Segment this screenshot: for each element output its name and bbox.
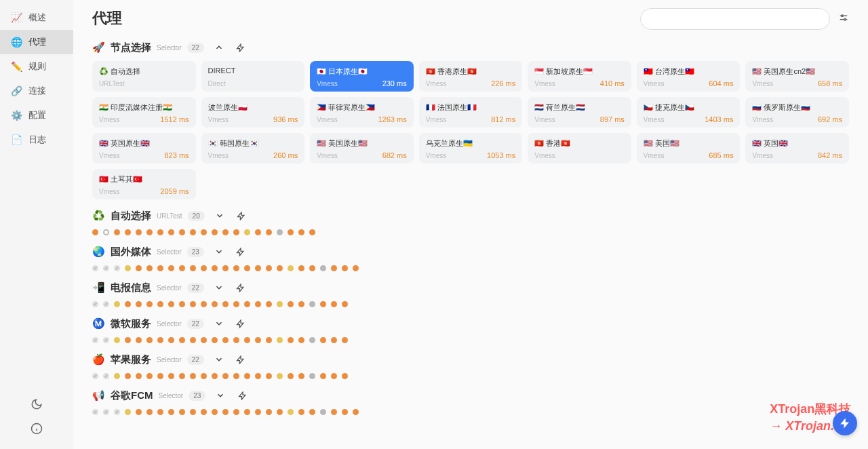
sidebar-item-2[interactable]: ✏️规则 [0,54,73,79]
search-input[interactable] [640,8,830,30]
node-card[interactable]: 🇸🇬 新加坡原生🇸🇬 Vmess 410 ms [528,61,631,92]
latency-test-button[interactable] [234,317,248,330]
status-dot [255,409,261,415]
status-dot [309,373,315,379]
node-protocol: Vmess [752,80,773,87]
latency-test-button[interactable] [234,41,248,54]
collapse-toggle[interactable] [214,389,227,402]
status-dot [103,373,109,379]
collapse-toggle[interactable] [212,353,226,366]
status-dot [277,409,283,415]
status-dot [342,265,348,271]
node-card[interactable]: 乌克兰原生🇺🇦 Vmess 1053 ms [419,133,523,163]
sidebar-item-0[interactable]: 📈概述 [0,5,73,30]
node-latency: 897 ms [600,115,625,123]
latency-test-button[interactable] [235,389,249,402]
status-dot [114,373,120,379]
status-dot [190,229,196,235]
node-card[interactable]: 🇺🇸 美国原生🇺🇸 Vmess 682 ms [310,133,414,163]
filter-icon[interactable] [838,12,849,26]
status-dot [342,409,348,415]
collapse-toggle[interactable] [212,245,226,258]
info-button[interactable] [30,422,43,435]
node-protocol: Vmess [317,80,338,87]
speed-test-fab[interactable] [833,411,857,435]
status-dot [298,337,304,343]
status-dot [157,229,163,235]
node-title: 🇳🇱 荷兰原生🇳🇱 [534,102,625,113]
status-dot [157,337,163,343]
latency-test-button[interactable] [234,281,248,294]
status-dot [212,301,218,307]
collapse-toggle[interactable] [212,41,226,54]
collapse-toggle[interactable] [213,209,226,222]
node-card[interactable]: ♻️ 自动选择 URLTest [92,61,196,92]
status-dot [353,409,359,415]
sidebar-item-5[interactable]: 📄日志 [0,128,73,152]
node-protocol: Vmess [534,116,555,123]
status-dot [136,337,142,343]
collapse-toggle[interactable] [212,281,226,294]
node-card[interactable]: 🇳🇱 荷兰原生🇳🇱 Vmess 897 ms [528,97,631,128]
dots-row [92,337,849,343]
theme-toggle[interactable] [30,397,43,411]
group-count-badge: 22 [187,43,204,53]
node-card[interactable]: 🇭🇰 香港原生🇭🇰 Vmess 226 ms [419,61,523,92]
node-card[interactable]: 🇨🇿 捷克原生🇨🇿 Vmess 1403 ms [637,97,741,128]
status-dot [309,229,315,235]
node-card[interactable]: 🇺🇸 美国🇺🇸 Vmess 685 ms [637,133,741,163]
status-dot [244,265,250,271]
status-dot [92,301,98,307]
node-card[interactable]: 🇮🇳 印度流媒体注册🇮🇳 Vmess 1512 ms [92,97,196,128]
group-name: 电报信息 [111,281,151,294]
node-title: 🇹🇷 土耳其🇹🇷 [99,174,189,184]
node-card[interactable]: 🇹🇷 土耳其🇹🇷 Vmess 2059 ms [92,169,196,199]
status-dot [179,265,185,271]
latency-test-button[interactable] [234,245,248,258]
node-title: 🇰🇷 韩国原生🇰🇷 [208,138,298,149]
sidebar-icon: 🔗 [11,85,22,96]
status-dot [125,301,131,307]
node-card[interactable]: 🇬🇧 英国原生🇬🇧 Vmess 823 ms [92,133,196,163]
node-latency: 658 ms [818,79,842,87]
status-dot [288,229,294,235]
status-dot [212,373,218,379]
node-card[interactable]: 🇷🇺 俄罗斯原生🇷🇺 Vmess 692 ms [745,97,849,128]
group-name: 节点选择 [111,41,151,54]
sidebar-label: 日志 [28,134,46,146]
dots-row [92,229,849,235]
node-card[interactable]: 🇫🇷 法国原生🇫🇷 Vmess 812 ms [419,97,523,128]
node-card[interactable]: 🇰🇷 韩国原生🇰🇷 Vmess 260 ms [201,133,305,163]
group-count-badge: 20 [188,211,205,221]
sidebar-label: 连接 [28,85,46,97]
node-card[interactable]: 🇵🇭 菲律宾原生🇵🇭 Vmess 1263 ms [310,97,414,128]
node-card[interactable]: 波兰原生🇵🇱 Vmess 936 ms [201,97,305,128]
node-card[interactable]: 🇬🇧 英国🇬🇧 Vmess 842 ms [745,133,849,163]
node-latency: 410 ms [600,79,625,87]
node-card[interactable]: 🇭🇰 香港🇭🇰 Vmess [528,133,631,163]
status-dot [255,301,261,307]
node-card[interactable]: 🇯🇵 日本原生🇯🇵 Vmess 230 ms [310,61,414,92]
sidebar-item-1[interactable]: 🌐代理 [0,30,73,54]
dots-row [92,301,849,307]
status-dot [146,409,153,415]
proxy-group: 🍎 苹果服务 Selector 22 [92,353,849,379]
node-latency: 604 ms [709,79,733,87]
node-protocol: Vmess [644,116,665,123]
node-card[interactable]: DIRECT Direct [201,61,305,92]
status-dot [288,265,294,271]
sidebar-item-4[interactable]: ⚙️配置 [0,103,73,128]
group-count-badge: 23 [189,391,205,401]
group-name: 自动选择 [111,210,151,222]
sidebar-icon: 📄 [11,134,22,145]
sidebar-item-3[interactable]: 🔗连接 [0,79,73,103]
sidebar-label: 概述 [28,12,46,24]
node-card[interactable]: 🇺🇸 美国原生cn2🇺🇸 Vmess 658 ms [745,61,849,92]
node-protocol: Vmess [644,80,665,87]
latency-test-button[interactable] [234,353,248,366]
latency-test-button[interactable] [235,209,248,222]
node-title: 🇺🇸 美国原生cn2🇺🇸 [752,66,842,77]
node-card[interactable]: 🇹🇼 台湾原生🇹🇼 Vmess 604 ms [637,61,741,92]
collapse-toggle[interactable] [212,317,226,330]
status-dot [92,265,98,271]
